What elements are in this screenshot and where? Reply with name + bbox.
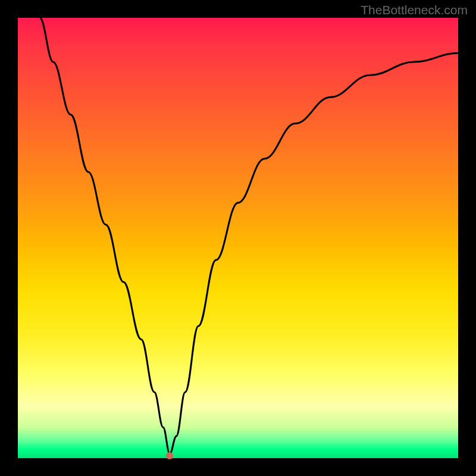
- chart-plot-area: [18, 18, 458, 458]
- minimum-point-marker: [166, 452, 173, 459]
- watermark-text: TheBottleneck.com: [361, 3, 468, 17]
- bottleneck-curve: [18, 18, 458, 458]
